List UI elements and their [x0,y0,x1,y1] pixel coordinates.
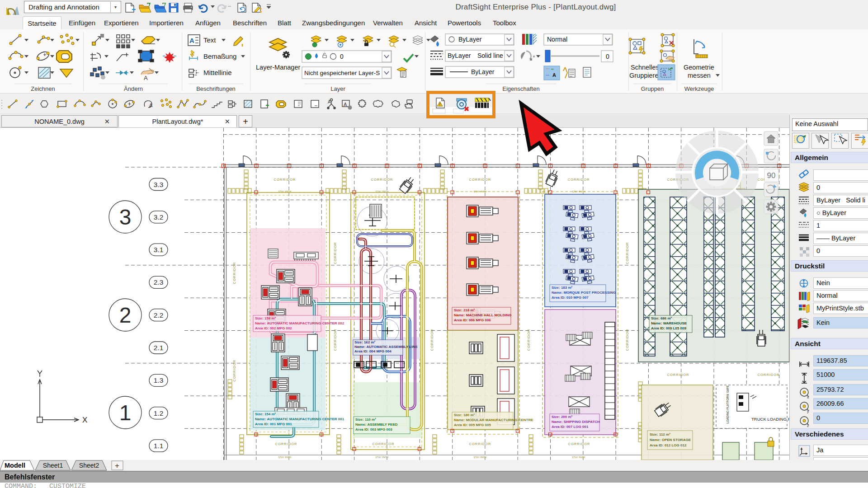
svg-text:Area ID: 009 L05 009: Area ID: 009 L05 009 [651,326,686,330]
svg-text:CORRIDOR: CORRIDOR [469,178,491,182]
svg-text:A: A [328,99,331,104]
svg-text:CORRIDOR: CORRIDOR [469,442,491,446]
svg-text:CORRIDOR: CORRIDOR [568,178,590,182]
svg-text:Name: MODULAR MANUFACTURING CE: Name: MODULAR MANUFACTURING CENTRE [454,418,533,422]
svg-text:STAY PATH: STAY PATH [572,456,585,459]
svg-text:1.2: 1.2 [154,409,164,417]
svg-text:A: A [149,103,153,108]
svg-text:Size: 154 m²: Size: 154 m² [255,412,276,416]
svg-text:Bemaßung: Bemaßung [203,52,236,60]
svg-text:2.3: 2.3 [154,278,164,286]
svg-text:messen: messen [688,72,711,79]
svg-text:CORRIDOR: CORRIDOR [371,178,393,182]
svg-text:A: A [344,102,347,107]
svg-text:Area ID: 003 MFG 003: Area ID: 003 MFG 003 [355,427,392,432]
svg-text:STAY PATH: STAY PATH [376,456,389,459]
svg-text:TRUCK LOADING PLATFORM H: TRUCK LOADING PLATFORM H [751,417,789,422]
svg-text:x: x [807,395,809,399]
svg-text:90: 90 [767,171,776,180]
svg-text:ʾʾʾ: ʾʾʾ [546,68,549,72]
svg-text:Size: 162 m²: Size: 162 m² [354,340,376,344]
svg-text:STAY PATH: STAY PATH [278,456,292,459]
svg-text:---: --- [546,73,549,77]
svg-text:Name: MORQUE POST PROCESSING: Name: MORQUE POST PROCESSING [552,291,616,295]
svg-text:Sheet1: Sheet1 [43,462,63,469]
svg-text:3.1: 3.1 [154,246,164,253]
svg-text:Schnelles: Schnelles [631,64,659,71]
svg-text:CORRIDOR: CORRIDOR [430,329,434,351]
svg-text:Size: 110 m²: Size: 110 m² [355,418,376,422]
svg-text:1.3: 1.3 [154,376,164,384]
svg-text:2: 2 [119,303,132,327]
svg-text:CORRIDOR: CORRIDOR [232,262,236,284]
svg-text:Area ID: 001 MFG 001: Area ID: 001 MFG 001 [255,422,292,426]
svg-text:1.1: 1.1 [154,442,164,450]
svg-text:A: A [144,75,148,81]
svg-text:Area ID: 005 MFG 005: Area ID: 005 MFG 005 [454,423,491,427]
svg-text:Area ID: 007 LOG 001: Area ID: 007 LOG 001 [552,425,589,429]
svg-text:Name: OPEN STORAGE: Name: OPEN STORAGE [650,438,691,442]
svg-text:A: A [189,37,194,44]
svg-text:Name: AUTOMATIC MANUFACTURING: Name: AUTOMATIC MANUFACTURING CENTER 001 [255,417,344,421]
svg-text:Area ID: 006 MFG 006: Area ID: 006 MFG 006 [454,318,491,322]
svg-text:Name: AUTOMATIC MANUFACTURING: Name: AUTOMATIC MANUFACTURING CENTER 002 [255,321,344,325]
svg-text:Area ID: 012 LOG 012: Area ID: 012 LOG 012 [650,443,687,447]
svg-text:Area ID: 010 MFG 007: Area ID: 010 MFG 007 [552,296,589,300]
svg-text:Geometrie: Geometrie [684,64,714,71]
svg-text:Sheet2: Sheet2 [79,462,99,469]
svg-text:2.2: 2.2 [154,311,164,319]
svg-text:Name: MACHINE HALL MOLDING: Name: MACHINE HALL MOLDING [454,313,511,317]
svg-text:Size: 183 m²: Size: 183 m² [552,286,573,290]
svg-text:CORRIDOR: CORRIDOR [625,329,629,351]
svg-text:Gruppieren: Gruppieren [629,72,662,79]
svg-text:3.2: 3.2 [154,213,164,221]
svg-text:CORRIDOR: CORRIDOR [275,442,297,446]
svg-text:CORRIDOR: CORRIDOR [333,242,337,264]
svg-text:y: y [807,409,809,413]
svg-text:ByLayer: ByLayer [471,68,495,75]
svg-text:ByLayer: ByLayer [458,36,482,43]
svg-text:Size: 112 m²: Size: 112 m² [650,432,670,436]
svg-text:Name: ASSEMBLY FEED: Name: ASSEMBLY FEED [355,422,398,427]
svg-text:z: z [807,423,809,428]
svg-text:+: + [115,461,119,470]
svg-text:3.3: 3.3 [154,181,164,188]
svg-text:Name: WAREHOUSE: Name: WAREHOUSE [651,321,687,325]
svg-text:CORRIDOR: CORRIDOR [274,178,296,182]
svg-text:X: X [82,416,87,424]
svg-text:Size: 180 m²: Size: 180 m² [454,413,475,417]
svg-text:CORRIDOR: CORRIDOR [625,242,629,264]
svg-text:CORRIDOR: CORRIDOR [667,373,689,377]
svg-text:Name: AUTOMATIC ASSEMBLY LINE: Name: AUTOMATIC ASSEMBLY LINE [354,345,418,349]
svg-text:1: 1 [119,401,132,425]
svg-text:Area ID: 004 MFG 004: Area ID: 004 MFG 004 [354,349,392,353]
svg-text:3: 3 [119,205,132,229]
svg-text:••: •• [551,67,554,71]
svg-text:CORRIDOR: CORRIDOR [527,329,531,351]
svg-text:Mittellinie: Mittellinie [203,69,232,76]
svg-text:CORRIDOR: CORRIDOR [758,373,780,377]
svg-text:CORRIDOR: CORRIDOR [232,360,236,382]
svg-text:ByLayer: ByLayer [448,52,471,59]
svg-text:CORRIDOR: CORRIDOR [373,442,395,446]
svg-text:Size: 200 m²: Size: 200 m² [552,415,573,419]
svg-text:CORRIDOR: CORRIDOR [568,442,590,446]
svg-text:CORRIDOR: CORRIDOR [333,329,337,351]
svg-text:Layer-Manager: Layer-Manager [256,64,300,71]
svg-text:A: A [552,72,556,78]
svg-text:Area ID: 002 MFG 002: Area ID: 002 MFG 002 [255,326,292,330]
svg-text:Normal: Normal [547,36,567,43]
svg-text:STAY PATH: STAY PATH [474,456,487,459]
svg-text:Size: 158 m²: Size: 158 m² [255,316,276,320]
svg-text:2.1: 2.1 [154,344,164,352]
svg-text:Solid line: Solid line [477,52,503,59]
svg-text:Size: 218 m²: Size: 218 m² [454,308,475,312]
svg-text:Name: SHIPPING DISPATCH: Name: SHIPPING DISPATCH [552,420,600,424]
svg-text:Modell: Modell [5,462,25,469]
svg-text:LOADING PLATFORM SAFE: LOADING PLATFORM SAFE [726,385,729,423]
svg-text:Size: 686 m²: Size: 686 m² [651,316,672,320]
svg-text:Nicht gespeicherter Layer-S: Nicht gespeicherter Layer-S [304,70,380,76]
svg-text:0: 0 [606,53,609,60]
svg-text:Text: Text [203,36,216,44]
svg-text:0: 0 [340,53,344,60]
